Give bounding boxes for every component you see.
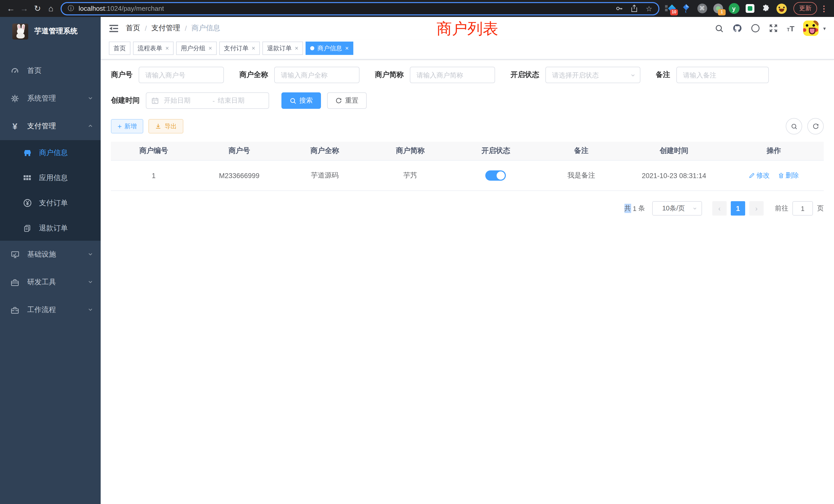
tab-close-icon[interactable]: × (166, 45, 169, 52)
sidebar-item-dev-tools[interactable]: 研发工具 (0, 269, 101, 296)
sidebar-item-infra[interactable]: 基础设施 (0, 241, 101, 269)
reset-button[interactable]: 重置 (327, 92, 367, 109)
sidebar-item-refund-order[interactable]: 退款订单 (0, 215, 101, 241)
tab-label: 退款订单 (267, 44, 292, 53)
sidebar-item-home[interactable]: 首页 (0, 57, 101, 85)
gear-icon (10, 94, 20, 102)
tab-user-group[interactable]: 用户分组× (176, 42, 217, 55)
address-bar[interactable]: ⓘ localhost:1024/pay/merchant ☆ (61, 2, 659, 15)
sidebar-item-workflow[interactable]: 工作流程 (0, 296, 101, 324)
sidebar-item-app-info[interactable]: 应用信息 (0, 165, 101, 190)
breadcrumb-separator: / (185, 24, 187, 32)
sidebar-item-label: 应用信息 (39, 173, 68, 182)
remark-input[interactable] (676, 67, 769, 83)
bookmark-star-icon[interactable]: ☆ (646, 4, 652, 13)
forward-icon[interactable]: → (18, 2, 31, 15)
cell-short-name: 芋艿 (368, 171, 453, 180)
search-button[interactable]: 搜索 (281, 92, 321, 109)
next-page-button[interactable]: › (749, 201, 764, 215)
extension-kite-icon[interactable] (680, 2, 692, 15)
tab-label: 用户分组 (181, 44, 205, 53)
header-search-icon[interactable] (715, 24, 724, 32)
export-button[interactable]: 导出 (148, 119, 183, 134)
tab-refund-order[interactable]: 退款订单× (262, 42, 303, 55)
documents-icon (23, 224, 32, 232)
tab-process-form[interactable]: 流程表单× (133, 42, 174, 55)
fullscreen-icon[interactable] (769, 24, 778, 33)
status-select[interactable] (545, 67, 640, 83)
page-1-button[interactable]: 1 (731, 201, 745, 215)
short-name-input[interactable] (410, 67, 495, 83)
extensions-puzzle-icon[interactable] (760, 2, 771, 15)
status-toggle[interactable] (486, 170, 506, 181)
yen-icon: ¥ (10, 122, 20, 131)
user-avatar[interactable] (803, 21, 818, 36)
edit-link[interactable]: 修改 (749, 171, 770, 180)
chevron-down-icon (692, 206, 697, 211)
github-icon[interactable] (732, 24, 742, 33)
sidebar-item-system[interactable]: 系统管理 (0, 85, 101, 112)
extension-badge: 10 (670, 9, 678, 15)
col-remark: 备注 (539, 146, 624, 156)
share-icon[interactable] (631, 5, 638, 12)
date-range-picker[interactable]: 开始日期 - 结束日期 (146, 92, 269, 109)
tab-home[interactable]: 首页 (109, 42, 130, 55)
prev-page-button[interactable]: ‹ (712, 201, 727, 215)
tab-close-icon[interactable]: × (345, 45, 349, 52)
tab-close-icon[interactable]: × (208, 45, 212, 52)
refresh-button[interactable] (807, 118, 824, 135)
goto-page-input[interactable] (792, 201, 813, 215)
app-logo-row[interactable]: 芋道管理系统 (0, 17, 101, 46)
breadcrumb-pay[interactable]: 支付管理 (152, 24, 180, 33)
tab-close-icon[interactable]: × (251, 45, 255, 52)
start-date-placeholder[interactable]: 开始日期 (164, 96, 210, 105)
avatar-caret-icon[interactable]: ▾ (823, 25, 826, 31)
page-size-select[interactable]: 10条/页 (652, 201, 702, 215)
font-size-icon[interactable]: TT (787, 24, 794, 32)
storefront-icon (23, 148, 32, 157)
back-icon[interactable]: ← (4, 2, 18, 15)
tab-label: 商户信息 (317, 44, 342, 53)
breadcrumb-separator: / (145, 24, 147, 32)
end-date-placeholder[interactable]: 结束日期 (218, 96, 263, 105)
extension-blue-diamond-icon[interactable]: 10 (664, 2, 676, 15)
table-header-row: 商户编号 商户号 商户全称 商户简称 开启状态 备注 创建时间 操作 (111, 142, 824, 161)
table-toolbar: + 新增 导出 (111, 118, 824, 135)
site-info-icon[interactable]: ⓘ (68, 4, 74, 13)
home-icon[interactable]: ⌂ (44, 2, 58, 15)
tab-pay-order[interactable]: 支付订单× (219, 42, 260, 55)
breadcrumb-home[interactable]: 首页 (126, 24, 140, 33)
table-row: 1 M233666999 芋道源码 芋艿 我是备注 2021-10-23 08:… (111, 161, 824, 191)
extension-y-icon[interactable]: y (728, 2, 740, 15)
help-icon[interactable] (751, 24, 760, 33)
pagination: 共 1 条 10条/页 ‹ 1 › 前往 页 (111, 201, 824, 215)
chrome-update-button[interactable]: 更新 (793, 2, 817, 15)
tab-merchant-info[interactable]: 商户信息× (306, 42, 353, 55)
profile-avatar-icon[interactable] (776, 2, 787, 15)
sidebar-item-pay[interactable]: ¥ 支付管理 (0, 112, 101, 140)
top-navbar: 首页 / 支付管理 / 商户信息 (101, 17, 834, 40)
reload-icon[interactable]: ↻ (31, 2, 44, 15)
search-button-label: 搜索 (300, 96, 313, 105)
sidebar-collapse-icon[interactable] (109, 24, 118, 32)
sidebar-item-pay-order[interactable]: 支付订单 (0, 190, 101, 215)
extension-chat-icon[interactable] (744, 2, 755, 15)
sidebar-item-merchant-info[interactable]: 商户信息 (0, 140, 101, 165)
merchant-table: 商户编号 商户号 商户全称 商户简称 开启状态 备注 创建时间 操作 1 M23… (111, 142, 824, 191)
tab-close-icon[interactable]: × (295, 45, 299, 52)
filter-label-full-name: 商户全称 (239, 70, 268, 79)
delete-link[interactable]: 删除 (778, 171, 799, 180)
col-short-name: 商户简称 (368, 146, 453, 156)
full-name-input[interactable] (274, 67, 359, 83)
extension-command-icon[interactable]: ⌘ (696, 2, 708, 15)
cell-create-time: 2021-10-23 08:31:14 (624, 172, 724, 179)
total-value: 1 (633, 205, 636, 212)
yen-circle-icon (23, 199, 32, 207)
toggle-search-button[interactable] (786, 118, 802, 135)
merchant-no-input[interactable] (139, 67, 224, 83)
chrome-menu-icon[interactable]: ⋮ (818, 4, 830, 13)
extension-meet-icon[interactable]: 1 (712, 2, 724, 15)
password-key-icon[interactable] (615, 5, 623, 12)
col-merchant-id: 商户编号 (111, 146, 196, 156)
add-button[interactable]: + 新增 (111, 119, 143, 134)
